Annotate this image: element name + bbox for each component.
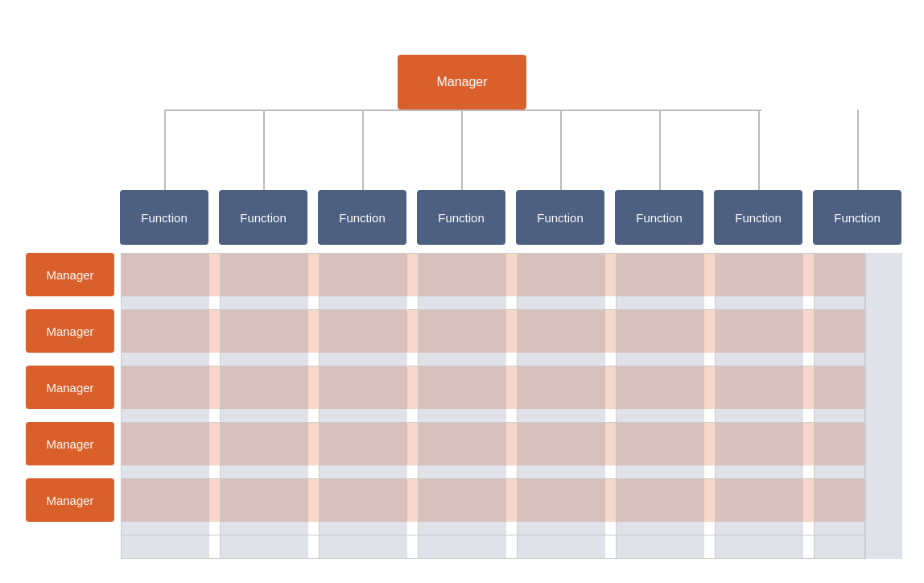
drop-line-1: [164, 110, 166, 190]
function-box-4: Function: [417, 190, 505, 245]
function-box-8: Function: [813, 190, 901, 245]
grid-hline-3: [121, 422, 865, 423]
grid-vline-6: [715, 253, 716, 559]
manager-top-box: Manager: [398, 55, 526, 110]
grid-hline-0: [121, 253, 865, 254]
grid-hline-4: [121, 478, 865, 479]
manager-left-label-1: Manager: [46, 268, 93, 282]
function-label-3: Function: [339, 211, 386, 225]
drop-line-5: [560, 110, 562, 190]
v-band-1: [121, 253, 209, 559]
diagram-container: Manager Function Function Function Funct…: [0, 0, 924, 583]
v-band-7: [715, 253, 803, 559]
manager-left-label-4: Manager: [46, 437, 93, 451]
function-label-1: Function: [141, 211, 188, 225]
v-band-3: [319, 253, 407, 559]
grid-area: [121, 253, 865, 559]
manager-left-5: Manager: [26, 478, 114, 522]
manager-left-3: Manager: [26, 366, 114, 409]
v-band-4: [418, 253, 506, 559]
function-box-7: Function: [714, 190, 802, 245]
manager-left-label-3: Manager: [46, 381, 93, 395]
function-label-2: Function: [240, 211, 287, 225]
grid-vline-2: [319, 253, 320, 559]
drop-line-6: [659, 110, 661, 190]
function-box-1: Function: [120, 190, 208, 245]
manager-left-label-5: Manager: [46, 494, 93, 507]
grid-vline-4: [517, 253, 518, 559]
function-box-3: Function: [318, 190, 406, 245]
function-label-4: Function: [438, 211, 485, 225]
grid-vline-8: [865, 253, 866, 559]
function-label-8: Function: [834, 211, 881, 225]
grid-hline-2: [121, 366, 865, 366]
top-horizontal-line: [164, 110, 761, 111]
function-box-5: Function: [516, 190, 604, 245]
function-label-5: Function: [537, 211, 584, 225]
manager-left-label-2: Manager: [46, 325, 93, 338]
drop-line-7: [758, 110, 760, 190]
manager-top-label: Manager: [436, 75, 487, 89]
function-label-6: Function: [636, 211, 683, 225]
manager-left-4: Manager: [26, 422, 114, 465]
drop-line-2: [263, 110, 265, 190]
grid-vline-1: [220, 253, 221, 559]
v-band-5: [517, 253, 605, 559]
function-box-2: Function: [219, 190, 307, 245]
grid-vline-3: [418, 253, 419, 559]
grid-vline-5: [616, 253, 617, 559]
grid-vline-0: [121, 253, 122, 559]
grid-hline-5: [121, 535, 865, 535]
function-label-7: Function: [735, 211, 782, 225]
function-box-6: Function: [615, 190, 703, 245]
grid-vline-7: [814, 253, 815, 559]
drop-line-4: [461, 110, 463, 190]
v-band-2: [220, 253, 308, 559]
v-band-6: [616, 253, 704, 559]
manager-left-1: Manager: [26, 253, 114, 296]
manager-left-2: Manager: [26, 309, 114, 353]
drop-line-8: [857, 110, 859, 190]
grid-hline-1: [121, 309, 865, 310]
v-band-8: [814, 253, 902, 559]
drop-line-3: [362, 110, 364, 190]
